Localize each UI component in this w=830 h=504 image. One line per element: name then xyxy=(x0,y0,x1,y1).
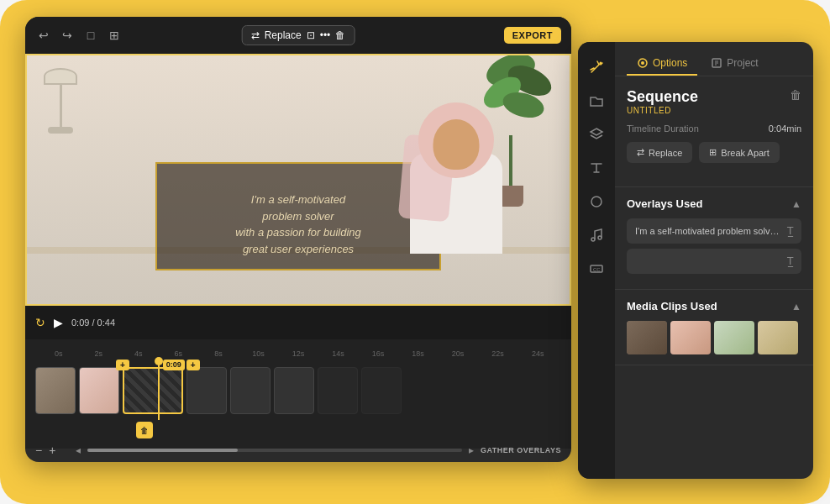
sidebar-icon-cc[interactable]: CC xyxy=(581,254,612,284)
replace-icon: ⇄ xyxy=(251,29,260,41)
overlays-header[interactable]: Overlays Used ▲ xyxy=(627,197,801,210)
scroll-right-icon[interactable]: ▸ xyxy=(469,444,474,456)
replace-button[interactable]: ⇄ Replace ⊡ ••• 🗑 xyxy=(242,25,355,45)
sequence-subtitle: UNTITLED xyxy=(627,106,698,115)
timeline-controls: − + ◂ ▸ GATHER OVERLAYS xyxy=(25,438,571,462)
duration-label: Timeline Duration xyxy=(627,123,699,134)
add-after-button[interactable]: + xyxy=(186,360,200,370)
svg-point-3 xyxy=(598,236,601,239)
sequence-header: Sequence UNTITLED 🗑 xyxy=(627,88,801,115)
crop-icon: ⊡ xyxy=(307,29,315,41)
tab-options[interactable]: Options xyxy=(627,52,697,76)
panel-content: Options Project Sequence UNTITLED xyxy=(615,42,813,479)
sidebar-icon-layers[interactable] xyxy=(581,119,612,150)
svg-point-2 xyxy=(591,238,595,241)
person-figure xyxy=(410,55,502,254)
zoom-out-button[interactable]: − xyxy=(35,444,42,457)
panel-tabs: Options Project xyxy=(615,42,813,76)
ruler-6s: 6s xyxy=(159,349,199,358)
redo-icon[interactable]: ↪ xyxy=(59,27,76,44)
delete-clip-button[interactable]: 🗑 xyxy=(136,422,153,438)
sidebar-icon-music[interactable] xyxy=(581,220,612,250)
action-buttons: ⇄ Replace ⊞ Break Apart xyxy=(627,142,801,163)
replace-sequence-button[interactable]: ⇄ Replace xyxy=(627,142,692,163)
zoom-in-button[interactable]: + xyxy=(49,444,55,457)
ruler-8s: 8s xyxy=(198,349,239,358)
replace-seq-label: Replace xyxy=(649,148,682,158)
ruler-4s: 4s xyxy=(118,349,159,358)
timeline-clip-3-active[interactable] xyxy=(123,367,183,414)
editor-toolbar: ↩ ↪ □ ⊞ ⇄ Replace ⊡ ••• 🗑 EXPORT xyxy=(25,17,571,54)
sequence-title: Sequence xyxy=(627,88,698,106)
ruler-14s: 14s xyxy=(318,349,359,358)
panel-sidebar: CC xyxy=(578,42,615,479)
ruler-12s: 12s xyxy=(278,349,318,358)
media-clips-header[interactable]: Media Clips Used ▲ xyxy=(627,300,801,312)
play-icon[interactable]: ▶ xyxy=(54,316,63,329)
ruler-20s: 20s xyxy=(438,349,478,358)
timeline-clip-4[interactable] xyxy=(186,367,227,414)
media-clips-chevron-icon: ▲ xyxy=(791,301,801,312)
media-clip-1[interactable] xyxy=(627,321,667,354)
overlay-text-content: I'm a self-motivated problem solver with… xyxy=(235,193,361,255)
break-apart-label: Break Apart xyxy=(721,148,769,158)
media-clip-4[interactable] xyxy=(758,321,798,354)
options-tab-icon xyxy=(637,57,649,69)
timeline-add-markers: + 0:09 + xyxy=(116,360,200,370)
timeline-track xyxy=(25,361,571,420)
overlays-chevron-icon: ▲ xyxy=(791,198,801,210)
media-clips-section: Media Clips Used ▲ xyxy=(615,290,813,365)
replace-seq-icon: ⇄ xyxy=(637,147,644,158)
sidebar-icon-folder[interactable] xyxy=(581,86,612,116)
loop-icon[interactable]: ↻ xyxy=(35,316,45,329)
svg-point-1 xyxy=(591,197,601,207)
timeline-clip-7[interactable] xyxy=(318,367,358,414)
timeline-clip-1[interactable] xyxy=(35,367,76,414)
break-apart-button[interactable]: ⊞ Break Apart xyxy=(699,142,779,163)
export-button[interactable]: EXPORT xyxy=(504,27,561,44)
timeline-ruler: 0s 2s 4s 6s 8s 10s 12s 14s 16s 18s 20s 2… xyxy=(25,346,571,361)
settings-icon[interactable]: ⊞ xyxy=(106,27,123,44)
ruler-18s: 18s xyxy=(398,349,439,358)
editor-panel: ↩ ↪ □ ⊞ ⇄ Replace ⊡ ••• 🗑 EXPORT xyxy=(25,17,571,462)
total-time: 0:44 xyxy=(97,318,115,328)
svg-point-7 xyxy=(641,61,644,65)
sidebar-icon-text[interactable] xyxy=(581,153,612,183)
scroll-left-icon[interactable]: ◂ xyxy=(76,444,81,456)
ruler-10s: 10s xyxy=(239,349,279,358)
sidebar-icon-circle[interactable] xyxy=(581,186,612,217)
tab-project[interactable]: Project xyxy=(701,52,768,76)
sidebar-icon-wand[interactable] xyxy=(581,52,612,82)
ruler-24s: 24s xyxy=(517,349,558,358)
duration-value: 0:04min xyxy=(769,123,801,134)
ruler-0s: 0s xyxy=(39,349,79,358)
outer-background: ↩ ↪ □ ⊞ ⇄ Replace ⊡ ••• 🗑 EXPORT xyxy=(0,0,830,504)
duration-row: Timeline Duration 0:04min xyxy=(627,123,801,134)
ruler-22s: 22s xyxy=(478,349,518,358)
timeline-scrollbar[interactable] xyxy=(87,449,462,452)
media-clips-title: Media Clips Used xyxy=(627,300,717,312)
add-before-button[interactable]: + xyxy=(116,360,129,370)
overlay-item-2: T̲ xyxy=(627,249,801,274)
overlay-text-icon-1[interactable]: T̲ xyxy=(787,225,793,237)
lamp-head xyxy=(44,68,77,85)
timeline-clip-2[interactable] xyxy=(79,367,119,414)
overlay-item-1: I'm a self-motivated problem solverwith … xyxy=(627,218,801,244)
media-clip-2[interactable] xyxy=(670,321,711,354)
overlay-item-text: I'm a self-motivated problem solverwith … xyxy=(635,226,780,236)
timeline-clip-8[interactable] xyxy=(361,367,402,414)
playback-bar: ↻ ▶ 0:09 / 0:44 xyxy=(25,306,571,339)
media-clip-3[interactable] xyxy=(714,321,754,354)
needle-time-label: 0:09 xyxy=(163,360,185,370)
timeline-clip-6[interactable] xyxy=(274,367,314,414)
overlay-text-icon-2[interactable]: T̲ xyxy=(787,255,793,267)
video-area: I'm a self-motivated problem solver with… xyxy=(25,54,571,306)
delete-sequence-button[interactable]: 🗑 xyxy=(790,88,801,102)
overlay-text-box[interactable]: I'm a self-motivated problem solver with… xyxy=(155,162,441,271)
undo-icon[interactable]: ↩ xyxy=(35,27,52,44)
save-icon[interactable]: □ xyxy=(82,27,99,44)
gather-overlays-button[interactable]: GATHER OVERLAYS xyxy=(481,446,561,454)
timeline-clip-5[interactable] xyxy=(230,367,271,414)
svg-text:CC: CC xyxy=(593,267,601,272)
break-apart-icon: ⊞ xyxy=(709,147,717,158)
